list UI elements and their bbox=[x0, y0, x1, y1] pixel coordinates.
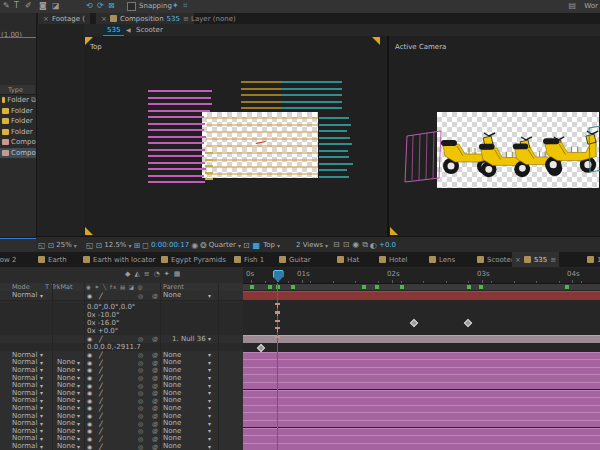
eye-icon[interactable]: ◉ bbox=[87, 359, 92, 367]
eye-icon[interactable]: ◉ bbox=[87, 397, 92, 405]
snapping-checkbox[interactable] bbox=[127, 2, 136, 11]
parent-column-header[interactable]: Parent bbox=[163, 283, 184, 291]
chevron-down-icon[interactable]: ▾ bbox=[40, 419, 43, 427]
eye-icon[interactable]: ◉ bbox=[87, 404, 92, 412]
viewer-option-icon[interactable]: ⊡ bbox=[343, 240, 350, 249]
blend-mode-select[interactable]: Normal bbox=[12, 442, 37, 450]
display-icon[interactable]: ⊡ bbox=[96, 241, 103, 250]
quality-icon[interactable]: ╱ bbox=[99, 381, 103, 389]
chevron-down-icon[interactable]: ▾ bbox=[40, 389, 43, 397]
layer-duration-bar[interactable] bbox=[243, 443, 600, 450]
toggle-icon[interactable]: ◎ bbox=[138, 404, 143, 412]
chevron-down-icon[interactable]: ▾ bbox=[40, 442, 43, 450]
eye-icon[interactable]: ◉ bbox=[87, 366, 92, 374]
mask-visibility-icon[interactable]: ◻ bbox=[142, 241, 149, 250]
quality-icon[interactable]: ╱ bbox=[99, 412, 103, 420]
toggle-icon[interactable]: ◎ bbox=[138, 427, 143, 435]
layer-duration-bar[interactable] bbox=[243, 382, 600, 390]
chevron-down-icon[interactable]: ▾ bbox=[77, 397, 80, 405]
toggle-icon[interactable]: ◎ bbox=[138, 419, 143, 427]
chevron-down-icon[interactable]: ▾ bbox=[74, 242, 77, 249]
show-channel-icon[interactable]: ❂ bbox=[200, 241, 207, 250]
keyframe-marker-green[interactable] bbox=[291, 285, 295, 289]
timeline-tab-scooter[interactable]: Scooter bbox=[474, 252, 517, 267]
parent-pickwhip-icon[interactable]: @ bbox=[152, 442, 158, 450]
time-ruler[interactable]: 0s01s02s03s04s bbox=[243, 268, 600, 284]
view-active-camera[interactable]: Active Camera bbox=[389, 36, 600, 236]
chevron-down-icon[interactable]: ▾ bbox=[40, 427, 43, 435]
orbit-camera-tool-icon[interactable]: ⟲ bbox=[86, 1, 93, 11]
transparency-grid-icon[interactable]: ▦ bbox=[252, 241, 262, 250]
toggle-icon[interactable]: ◎ bbox=[138, 389, 143, 397]
quality-icon[interactable]: ╱ bbox=[99, 359, 103, 367]
eye-icon[interactable]: ◉ bbox=[87, 419, 92, 427]
toggle-icon[interactable]: ◎ bbox=[138, 351, 143, 359]
chevron-down-icon[interactable]: ▾ bbox=[208, 359, 211, 367]
timeline-tab-egypt-pyramids[interactable]: Egypt Pyramids bbox=[158, 252, 229, 267]
selected-keyframe-icon[interactable] bbox=[275, 311, 280, 322]
layer-duration-bar[interactable] bbox=[243, 291, 600, 300]
layer-duration-bar[interactable] bbox=[243, 367, 600, 375]
chevron-down-icon[interactable]: ▾ bbox=[129, 242, 132, 249]
region-of-interest-icon[interactable]: ⊡ bbox=[243, 241, 250, 250]
eye-icon[interactable]: ◉ bbox=[87, 442, 92, 450]
parent-select[interactable]: 1. Null 36 bbox=[172, 335, 206, 344]
eye-icon[interactable]: ◉ bbox=[87, 291, 92, 300]
chevron-down-icon[interactable]: ▾ bbox=[277, 242, 280, 249]
chevron-down-icon[interactable]: ▾ bbox=[208, 389, 211, 397]
quality-icon[interactable]: ╱ bbox=[99, 427, 103, 435]
eye-icon[interactable]: ◉ bbox=[87, 381, 92, 389]
toggle-icon[interactable]: ◎ bbox=[138, 412, 143, 420]
parent-pickwhip-icon[interactable]: @ bbox=[152, 419, 158, 427]
trkmat-select[interactable]: None bbox=[57, 442, 75, 450]
chevron-down-icon[interactable]: ▾ bbox=[40, 381, 43, 389]
tab-composition[interactable]: × Composition 535 ≡ bbox=[96, 13, 194, 24]
footage-zoom-value[interactable]: 25% bbox=[56, 241, 72, 249]
toggle-icon[interactable]: ◎ bbox=[138, 397, 143, 405]
viewer-option-icon[interactable]: ⧉ bbox=[362, 240, 368, 249]
blend-mode-select[interactable]: Normal bbox=[12, 291, 37, 300]
keyframe-marker-green[interactable] bbox=[362, 285, 366, 289]
parent-pickwhip-icon[interactable]: @ bbox=[152, 351, 158, 359]
parent-select[interactable]: None bbox=[163, 442, 181, 450]
parent-pickwhip-icon[interactable]: @ bbox=[152, 291, 158, 300]
toggle-icon[interactable]: ◎ bbox=[138, 366, 143, 374]
quality-icon[interactable]: ╱ bbox=[99, 389, 103, 397]
parent-pickwhip-icon[interactable]: @ bbox=[152, 374, 158, 382]
layer-duration-bar[interactable] bbox=[243, 352, 600, 360]
chevron-down-icon[interactable]: ▾ bbox=[40, 404, 43, 412]
keyframe-marker-green[interactable] bbox=[250, 285, 254, 289]
chevron-down-icon[interactable]: ▾ bbox=[77, 359, 80, 367]
quality-icon[interactable]: ╱ bbox=[99, 366, 103, 374]
chevron-down-icon[interactable]: ▾ bbox=[40, 435, 43, 443]
chevron-down-icon[interactable]: ▾ bbox=[77, 427, 80, 435]
timeline-tab-hotel[interactable]: Hotel bbox=[376, 252, 411, 267]
keyframe-diamond-icon[interactable] bbox=[464, 319, 472, 327]
parent-pickwhip-icon[interactable]: @ bbox=[152, 389, 158, 397]
pen-tool-icon[interactable]: ✎ bbox=[3, 1, 10, 11]
keyframe-marker-green[interactable] bbox=[479, 285, 483, 289]
resolution-select[interactable]: Quarter bbox=[209, 241, 236, 249]
blend-mode-select[interactable]: Normal bbox=[12, 435, 37, 443]
chevron-down-icon[interactable]: ▾ bbox=[77, 404, 80, 412]
timeline-option-icon[interactable]: ≡ bbox=[144, 270, 150, 280]
quality-icon[interactable]: ╱ bbox=[99, 374, 103, 382]
toggle-icon[interactable]: ◎ bbox=[138, 381, 143, 389]
chevron-down-icon[interactable]: ▾ bbox=[208, 335, 211, 344]
chevron-down-icon[interactable]: ▾ bbox=[77, 412, 80, 420]
layer-duration-bar[interactable] bbox=[243, 397, 600, 405]
chevron-down-icon[interactable]: ▾ bbox=[40, 366, 43, 374]
toggle-icon[interactable]: ◎ bbox=[138, 335, 143, 344]
toggle-icon[interactable]: ◎ bbox=[138, 442, 143, 450]
chevron-down-icon[interactable]: ▾ bbox=[238, 242, 241, 249]
parent-pickwhip-icon[interactable]: @ bbox=[152, 335, 158, 344]
property-value[interactable]: 0.0,0.0,-2911.7 bbox=[87, 343, 141, 351]
panel-menu-icon[interactable]: ≡ bbox=[550, 256, 556, 264]
parent-pickwhip-icon[interactable]: @ bbox=[152, 404, 158, 412]
chevron-down-icon[interactable]: ▾ bbox=[208, 397, 211, 405]
layer-duration-bar[interactable] bbox=[243, 412, 600, 420]
timeline-tab-earth-with-locator[interactable]: Earth with locator bbox=[80, 252, 158, 267]
timeline-tab-hat[interactable]: Hat bbox=[334, 252, 362, 267]
chevron-down-icon[interactable]: ▾ bbox=[208, 419, 211, 427]
eye-icon[interactable]: ◉ bbox=[87, 335, 92, 344]
